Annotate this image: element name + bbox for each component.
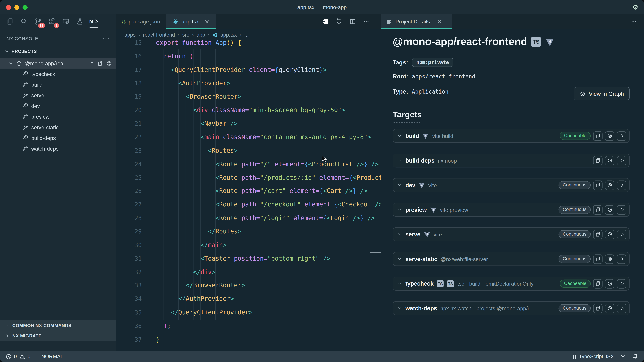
activity-explorer-icon[interactable] bbox=[4, 15, 16, 28]
tree-target-watch-deps[interactable]: watch-deps bbox=[0, 143, 116, 154]
view-in-graph-button[interactable] bbox=[605, 131, 614, 140]
chevron-down-icon[interactable] bbox=[397, 306, 402, 311]
view-in-graph-button[interactable] bbox=[605, 205, 614, 214]
code-line-27[interactable]: 27 <Route path="/checkout" element={<Che… bbox=[116, 198, 381, 211]
code-line-22[interactable]: 22 <main className="container mx-auto px… bbox=[116, 131, 381, 144]
sidebar-more-icon[interactable]: ··· bbox=[103, 35, 110, 42]
code-line-35[interactable]: 35 </QueryClientProvider> bbox=[116, 306, 381, 319]
code-line-28[interactable]: 28 <Route path="/login" element={<Login … bbox=[116, 212, 381, 225]
run-target-button[interactable] bbox=[617, 131, 626, 140]
settings-gear-icon[interactable]: ⚙ bbox=[632, 0, 638, 14]
chevron-down-icon[interactable] bbox=[397, 207, 402, 212]
chevron-down-icon[interactable] bbox=[397, 133, 402, 138]
code-line-17[interactable]: 17 <QueryClientProvider client={queryCli… bbox=[116, 63, 381, 76]
tree-target-preview[interactable]: preview bbox=[0, 111, 116, 122]
code-line-16[interactable]: 16 return ( bbox=[116, 50, 381, 63]
sidebar-section-migrate[interactable]: NX MIGRATE bbox=[0, 330, 116, 341]
view-in-graph-button[interactable] bbox=[605, 156, 614, 165]
close-icon[interactable] bbox=[436, 19, 442, 24]
project-details-icon[interactable] bbox=[322, 18, 329, 25]
copy-task-button[interactable] bbox=[593, 304, 602, 313]
activity-testing-icon[interactable] bbox=[74, 15, 86, 28]
view-in-graph-button[interactable] bbox=[605, 279, 614, 288]
view-in-graph-button[interactable] bbox=[605, 254, 614, 264]
problems-indicator[interactable]: 0 0 bbox=[6, 354, 30, 359]
run-target-button[interactable] bbox=[617, 156, 626, 165]
target-card-build[interactable]: buildvite buildCacheable bbox=[392, 129, 630, 143]
target-card-build-deps[interactable]: build-depsnx:noop bbox=[392, 153, 630, 167]
open-config-icon[interactable] bbox=[97, 60, 103, 66]
view-in-graph-button[interactable] bbox=[605, 180, 614, 190]
run-target-button[interactable] bbox=[617, 304, 626, 313]
code-line-29[interactable]: 29 </Routes> bbox=[116, 225, 381, 238]
run-target-button[interactable] bbox=[617, 279, 626, 288]
panel-more-icon[interactable] bbox=[630, 14, 638, 29]
tab-package-json[interactable]: {} package.json bbox=[116, 14, 166, 29]
traffic-light-zoom[interactable] bbox=[23, 5, 28, 9]
more-actions-icon[interactable] bbox=[362, 18, 370, 25]
view-in-graph-button[interactable] bbox=[605, 304, 614, 313]
projects-section-header[interactable]: PROJECTS bbox=[0, 46, 116, 57]
copy-task-button[interactable] bbox=[593, 156, 602, 165]
target-card-typecheck[interactable]: typecheckTSTStsc --build --emitDeclarati… bbox=[392, 277, 630, 291]
traffic-light-close[interactable] bbox=[6, 5, 11, 9]
notifications-bell-icon[interactable] bbox=[632, 354, 638, 360]
run-target-button[interactable] bbox=[617, 254, 626, 264]
folder-icon[interactable] bbox=[88, 60, 94, 66]
activity-extensions-icon[interactable]: 1 bbox=[46, 15, 58, 28]
sidebar-section-commands[interactable]: COMMON NX COMMANDS bbox=[0, 320, 116, 331]
code-line-34[interactable]: 34 </AuthProvider> bbox=[116, 292, 381, 306]
tree-target-serve-static[interactable]: serve-static bbox=[0, 122, 116, 133]
code-line-19[interactable]: 19 <BrowserRouter> bbox=[116, 90, 381, 103]
code-line-37[interactable]: 37} bbox=[116, 333, 381, 346]
activity-nx-console-icon[interactable]: N bbox=[88, 15, 100, 28]
tab-app-tsx[interactable]: app.tsx bbox=[166, 14, 216, 29]
code-area[interactable]: 15export function App() {16 return (17 <… bbox=[116, 41, 381, 351]
chevron-down-icon[interactable] bbox=[397, 281, 402, 286]
tree-target-serve[interactable]: serve bbox=[0, 90, 116, 100]
copy-task-button[interactable] bbox=[593, 230, 602, 239]
tree-target-dev[interactable]: dev bbox=[0, 100, 116, 111]
target-card-watch-deps[interactable]: watch-depsnpx nx watch --projects @mono-… bbox=[392, 301, 630, 315]
copy-task-button[interactable] bbox=[593, 205, 602, 214]
code-line-20[interactable]: 20 <div className="min-h-screen bg-gray-… bbox=[116, 104, 381, 117]
tree-target-build[interactable]: build bbox=[0, 79, 116, 90]
run-target-button[interactable] bbox=[617, 230, 626, 239]
code-line-21[interactable]: 21 <Navbar /> bbox=[116, 117, 381, 130]
chevron-down-icon[interactable] bbox=[397, 232, 402, 237]
view-in-graph-button[interactable] bbox=[605, 230, 614, 239]
copilot-icon[interactable] bbox=[620, 353, 626, 360]
tree-target-build-deps[interactable]: build-deps bbox=[0, 133, 116, 143]
code-line-30[interactable]: 30 </main> bbox=[116, 239, 381, 252]
project-row-selected[interactable]: @mono-app/rea... bbox=[0, 58, 116, 68]
code-line-32[interactable]: 32 </div> bbox=[116, 266, 381, 279]
code-line-31[interactable]: 31 <Toaster position="bottom-right" /> bbox=[116, 252, 381, 265]
code-line-33[interactable]: 33 </BrowserRouter> bbox=[116, 279, 381, 292]
copy-task-button[interactable] bbox=[593, 180, 602, 190]
target-card-preview[interactable]: previewvite previewContinuous bbox=[392, 203, 630, 217]
tab-project-details[interactable]: Project Details bbox=[381, 14, 452, 29]
close-icon[interactable] bbox=[204, 18, 210, 24]
activity-search-icon[interactable] bbox=[18, 15, 30, 28]
view-in-graph-button[interactable]: View In Graph bbox=[574, 87, 630, 100]
chevron-down-icon[interactable] bbox=[397, 158, 402, 163]
run-target-button[interactable] bbox=[617, 180, 626, 190]
copy-task-button[interactable] bbox=[593, 254, 602, 264]
target-card-serve-static[interactable]: serve-static@nx/web:file-serverContinuou… bbox=[392, 252, 630, 266]
chevron-down-icon[interactable] bbox=[397, 183, 402, 188]
code-line-25[interactable]: 25 <Route path="/products/:id" element={… bbox=[116, 171, 381, 184]
copy-task-button[interactable] bbox=[593, 131, 602, 140]
copy-task-button[interactable] bbox=[593, 279, 602, 288]
activity-remote-explorer-icon[interactable] bbox=[60, 15, 72, 28]
target-card-dev[interactable]: devviteContinuous bbox=[392, 178, 630, 192]
split-editor-icon[interactable] bbox=[349, 18, 356, 25]
run-target-button[interactable] bbox=[617, 205, 626, 214]
target-card-serve[interactable]: serveviteContinuous bbox=[392, 227, 630, 241]
chevron-down-icon[interactable] bbox=[397, 257, 402, 261]
code-line-24[interactable]: 24 <Route path="/" element={<ProductList… bbox=[116, 158, 381, 171]
code-line-15[interactable]: 15export function App() { bbox=[116, 36, 381, 50]
code-line-23[interactable]: 23 <Routes> bbox=[116, 144, 381, 157]
code-line-36[interactable]: 36 ); bbox=[116, 319, 381, 333]
traffic-light-minimize[interactable] bbox=[14, 5, 19, 9]
tree-target-typecheck[interactable]: typecheck bbox=[0, 68, 116, 79]
